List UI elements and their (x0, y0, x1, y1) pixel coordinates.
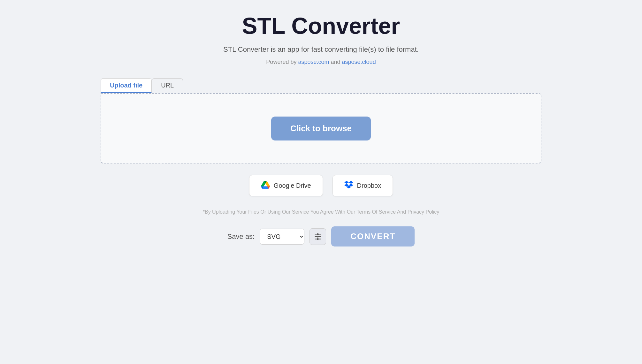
browse-button[interactable]: Click to browse (271, 117, 371, 140)
powered-by-text: Powered by aspose.com and aspose.cloud (266, 59, 376, 65)
aspose-cloud-link[interactable]: aspose.cloud (342, 59, 376, 65)
dropbox-button[interactable]: Dropbox (332, 175, 393, 196)
page-subtitle: STL Converter is an app for fast convert… (223, 45, 419, 54)
format-select[interactable]: SVG PNG PDF OBJ FBX 3DS GLTF (260, 229, 304, 245)
bottom-bar: Save as: SVG PNG PDF OBJ FBX 3DS GLTF CO… (227, 226, 415, 246)
aspose-com-link[interactable]: aspose.com (298, 59, 329, 65)
google-drive-button[interactable]: Google Drive (249, 175, 323, 196)
terms-of-service-link[interactable]: Terms Of Service (356, 209, 396, 215)
terms-text: *By Uploading Your Files Or Using Our Se… (203, 209, 439, 215)
tab-upload-file[interactable]: Upload file (101, 78, 152, 93)
google-drive-icon (261, 180, 270, 191)
cloud-buttons-container: Google Drive Dropbox (249, 175, 393, 196)
settings-icon (314, 232, 322, 241)
save-as-label: Save as: (227, 232, 255, 241)
tabs-container: Upload file URL (101, 78, 541, 93)
privacy-policy-link[interactable]: Privacy Policy (408, 209, 439, 215)
upload-dropzone[interactable]: Click to browse (101, 93, 541, 163)
tab-url[interactable]: URL (152, 78, 183, 93)
dropbox-icon (344, 180, 353, 191)
dropbox-label: Dropbox (357, 182, 381, 189)
settings-button[interactable] (310, 228, 326, 245)
page-title: STL Converter (242, 13, 400, 39)
convert-button[interactable]: CONVERT (331, 226, 415, 246)
google-drive-label: Google Drive (274, 182, 311, 189)
